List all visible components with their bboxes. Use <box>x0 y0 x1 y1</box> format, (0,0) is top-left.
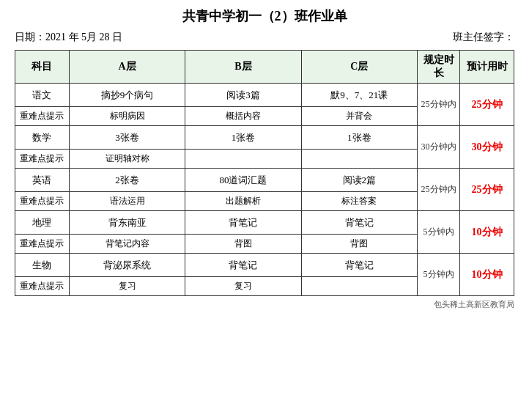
table-header-row: 科目 A层 B层 C层 规定时长 预计用时 <box>15 51 514 84</box>
c-level-cell: 背笔记 <box>301 254 417 277</box>
hint-b-cell <box>185 150 301 169</box>
stipulated-time-cell: 5分钟内 <box>417 254 459 296</box>
teacher-label: 班主任签字： <box>453 31 514 44</box>
subject-cell: 地理 <box>15 211 70 235</box>
hint-c-cell <box>301 150 417 169</box>
stipulated-time-cell: 30分钟内 <box>417 126 459 169</box>
c-level-cell: 阅读2篇 <box>301 169 417 192</box>
hint-b-cell: 背图 <box>185 235 301 254</box>
b-level-cell: 80道词汇题 <box>185 169 301 192</box>
hint-a-cell: 证明轴对称 <box>69 150 185 169</box>
hint-c-cell: 并背会 <box>301 107 417 126</box>
stipulated-time-cell: 25分钟内 <box>417 169 459 211</box>
hint-a-cell: 语法运用 <box>69 192 185 211</box>
header-b: B层 <box>185 51 301 84</box>
hint-c-cell: 标注答案 <box>301 192 417 211</box>
stipulated-time-cell: 25分钟内 <box>417 84 459 126</box>
a-level-cell: 3张卷 <box>69 126 185 150</box>
estimated-time-cell: 30分钟 <box>460 126 514 169</box>
estimated-time-cell: 25分钟 <box>460 169 514 211</box>
b-level-cell: 1张卷 <box>185 126 301 150</box>
hint-label: 重难点提示 <box>15 277 70 296</box>
estimated-time-cell: 25分钟 <box>460 84 514 126</box>
a-level-cell: 背东南亚 <box>69 211 185 235</box>
date-row: 日期：2021 年 5月 28 日 班主任签字： <box>15 31 514 44</box>
hint-b-cell: 概括内容 <box>185 107 301 126</box>
table-row: 地理背东南亚背笔记背笔记5分钟内10分钟 <box>15 211 514 235</box>
table-row: 数学3张卷1张卷1张卷30分钟内30分钟 <box>15 126 514 150</box>
hint-label: 重难点提示 <box>15 150 70 169</box>
hint-label: 重难点提示 <box>15 107 70 126</box>
homework-table: 科目 A层 B层 C层 规定时长 预计用时 语文摘抄9个病句阅读3篇默9、7、2… <box>15 50 514 296</box>
hint-a-cell: 复习 <box>69 277 185 296</box>
b-level-cell: 背笔记 <box>185 211 301 235</box>
subject-cell: 数学 <box>15 126 70 150</box>
hint-a-cell: 背笔记内容 <box>69 235 185 254</box>
a-level-cell: 背泌尿系统 <box>69 254 185 277</box>
hint-label: 重难点提示 <box>15 235 70 254</box>
hint-a-cell: 标明病因 <box>69 107 185 126</box>
table-row: 英语2张卷80道词汇题阅读2篇25分钟内25分钟 <box>15 169 514 192</box>
b-level-cell: 背笔记 <box>185 254 301 277</box>
b-level-cell: 阅读3篇 <box>185 84 301 107</box>
page-title: 共青中学初一（2）班作业单 <box>15 7 514 25</box>
hint-b-cell: 复习 <box>185 277 301 296</box>
header-estimated: 预计用时 <box>460 51 514 84</box>
hint-c-cell: 背图 <box>301 235 417 254</box>
stipulated-time-cell: 5分钟内 <box>417 211 459 254</box>
table-row: 语文摘抄9个病句阅读3篇默9、7、21课25分钟内25分钟 <box>15 84 514 107</box>
a-level-cell: 2张卷 <box>69 169 185 192</box>
estimated-time-cell: 10分钟 <box>460 254 514 296</box>
c-level-cell: 背笔记 <box>301 211 417 235</box>
bottom-note: 包头稀土高新区教育局 <box>15 299 514 310</box>
subject-cell: 生物 <box>15 254 70 277</box>
hint-label: 重难点提示 <box>15 192 70 211</box>
table-row: 生物背泌尿系统背笔记背笔记5分钟内10分钟 <box>15 254 514 277</box>
header-stipulated: 规定时长 <box>417 51 459 84</box>
subject-cell: 语文 <box>15 84 70 107</box>
header-c: C层 <box>301 51 417 84</box>
hint-c-cell <box>301 277 417 296</box>
subject-cell: 英语 <box>15 169 70 192</box>
date-label: 日期：2021 年 5月 28 日 <box>15 31 122 44</box>
c-level-cell: 1张卷 <box>301 126 417 150</box>
c-level-cell: 默9、7、21课 <box>301 84 417 107</box>
a-level-cell: 摘抄9个病句 <box>69 84 185 107</box>
hint-b-cell: 出题解析 <box>185 192 301 211</box>
header-a: A层 <box>69 51 185 84</box>
estimated-time-cell: 10分钟 <box>460 211 514 254</box>
header-subject: 科目 <box>15 51 70 84</box>
